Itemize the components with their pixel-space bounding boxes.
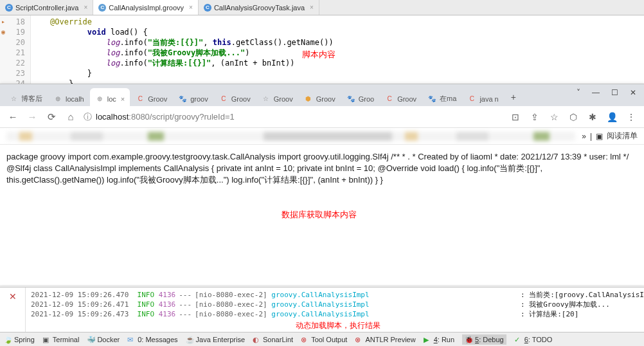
tool-label: Tool Output xyxy=(311,336,347,343)
favicon-icon: ⬢ xyxy=(304,95,313,104)
close-icon[interactable]: ✕ xyxy=(9,291,17,302)
favicon-icon: ☆ xyxy=(9,95,18,104)
back-icon[interactable]: ← xyxy=(6,111,19,122)
tool-label: 4: Run xyxy=(434,336,454,343)
browser-tab[interactable]: ☆Groov xyxy=(256,88,298,106)
ide-tab[interactable]: CCallAnalysisImpl.groovy× xyxy=(93,0,199,15)
browser-tab[interactable]: Cjava n xyxy=(462,88,503,106)
tool-window-button[interactable]: ◐SonarLint xyxy=(253,336,293,343)
close-icon[interactable]: × xyxy=(310,4,314,11)
favicon-icon: C xyxy=(385,95,394,104)
tool-icon: ⊗ xyxy=(355,336,362,343)
bookmark-blur xyxy=(6,132,575,141)
tool-icon: ⊗ xyxy=(301,336,309,343)
browser-tab[interactable]: 🐾groov xyxy=(173,88,213,106)
annotation-label: 脚本内容 xyxy=(302,49,335,60)
home-icon[interactable]: ⌂ xyxy=(64,111,77,122)
favicon-icon: C xyxy=(219,95,228,104)
fold-icon[interactable]: ▸ xyxy=(1,17,5,27)
close-icon[interactable]: × xyxy=(84,4,87,11)
override-icon[interactable]: ◉ xyxy=(1,27,5,37)
tool-window-button[interactable]: 🐞5: Debug xyxy=(462,334,506,345)
close-icon[interactable]: × xyxy=(121,95,125,103)
code-editor[interactable]: 18 19 20 21 22 23 24 ▸ ◉ @Override void … xyxy=(0,15,644,84)
favicon-icon: ☆ xyxy=(262,95,271,104)
reading-list-label[interactable]: 阅读清单 xyxy=(607,131,638,141)
profile-icon[interactable]: 👤 xyxy=(605,112,618,122)
tool-icon: ▣ xyxy=(42,336,50,343)
close-window-icon[interactable]: ✕ xyxy=(630,88,636,97)
menu-icon[interactable]: ⋮ xyxy=(625,112,638,122)
favicon-icon: C xyxy=(136,95,145,104)
browser-tab[interactable]: ⊕localh xyxy=(48,88,89,106)
translate-icon[interactable]: ⊡ xyxy=(509,112,522,122)
favicon-icon: 🐾 xyxy=(427,95,436,104)
tab-label: ScriptController.java xyxy=(15,4,78,12)
tab-label: Groov xyxy=(148,95,167,103)
browser-tab[interactable]: 🐾在ma xyxy=(422,88,461,106)
close-icon[interactable]: × xyxy=(189,4,193,11)
info-icon[interactable]: ⓘ xyxy=(84,111,92,123)
log-row: 2021-12-09 15:09:26.470 INFO 4136---[nio… xyxy=(31,290,639,300)
tab-label: localh xyxy=(66,95,84,103)
tab-label: Groov xyxy=(397,95,416,103)
log-row: 2021-12-09 15:09:26.471 INFO 4136---[nio… xyxy=(31,300,639,309)
tool-window-button[interactable]: 🍃Spring xyxy=(4,336,35,343)
tab-label: loc xyxy=(107,95,116,103)
browser-tab[interactable]: ⊕loc× xyxy=(90,88,130,106)
groovy-icon: C xyxy=(98,4,106,12)
console-log[interactable]: 2021-12-09 15:09:26.470 INFO 4136---[nio… xyxy=(26,287,644,332)
tool-window-button[interactable]: ▣Terminal xyxy=(42,336,80,343)
browser-tab[interactable]: CGroov xyxy=(214,88,256,106)
browser-tab-bar: ☆博客后⊕localh⊕loc×CGroov🐾groovCGroov☆Groov… xyxy=(0,84,644,106)
reading-list-icon[interactable]: ▣ xyxy=(596,132,603,141)
tool-window-button[interactable]: ▶4: Run xyxy=(424,336,454,343)
tool-window-button[interactable]: 🐳Docker xyxy=(87,336,120,343)
java-icon: C xyxy=(5,4,13,12)
tool-label: SonarLint xyxy=(263,336,293,343)
reload-icon[interactable]: ⟳ xyxy=(45,111,58,123)
code-body[interactable]: @Override void load() { log.info("当前类:[{… xyxy=(31,15,644,84)
new-tab-button[interactable]: + xyxy=(505,88,523,106)
browser-tab[interactable]: CGroov xyxy=(130,88,172,106)
response-body: package groovy import com.example.groovy… xyxy=(6,151,638,187)
drop-icon[interactable]: ˅ xyxy=(577,88,580,97)
star-icon[interactable]: ☆ xyxy=(548,112,560,122)
forward-icon[interactable]: → xyxy=(26,111,39,122)
browser-window: ˅ — ☐ ✕ ☆博客后⊕localh⊕loc×CGroov🐾groovCGro… xyxy=(0,84,644,285)
browser-tab[interactable]: ☆博客后 xyxy=(4,88,48,106)
tool-window-bar: 🍃Spring▣Terminal🐳Docker✉0: Messages☕Java… xyxy=(0,332,644,346)
favicon-icon: 🐾 xyxy=(346,95,355,104)
maximize-icon[interactable]: ☐ xyxy=(611,88,618,97)
more-icon[interactable]: » xyxy=(582,132,586,141)
tool-window-button[interactable]: ☕Java Enterprise xyxy=(186,336,245,343)
tool-window-button[interactable]: ✓6: TODO xyxy=(514,336,553,343)
browser-tab[interactable]: 🐾Groo xyxy=(341,88,379,106)
share-icon[interactable]: ⇪ xyxy=(528,112,541,122)
puzzle-icon[interactable]: ✱ xyxy=(586,112,599,122)
tab-label: java n xyxy=(479,95,498,103)
url-field[interactable]: ⓘ localhost:8080/script/groovy?ruleId=1 xyxy=(84,111,503,123)
tool-window-button[interactable]: ⊗ANTLR Preview xyxy=(355,336,415,343)
tool-label: Docker xyxy=(97,336,120,343)
annotation-label: 数据库获取脚本内容 xyxy=(282,209,357,221)
window-controls: ˅ — ☐ ✕ xyxy=(577,88,636,97)
ext-icon[interactable]: ⬡ xyxy=(567,112,580,122)
annotation-label: 动态加载脚本，执行结果 xyxy=(296,321,380,331)
ide-tab[interactable]: CCallAnalysisGroovyTask.java× xyxy=(199,0,319,15)
browser-tab[interactable]: ⬢Groov xyxy=(299,88,341,106)
tool-icon: 🐳 xyxy=(87,336,94,343)
ide-tab[interactable]: CScriptController.java× xyxy=(0,0,93,15)
tab-label: groov xyxy=(190,95,208,103)
tool-icon: ✉ xyxy=(127,336,135,343)
browser-tab[interactable]: CGroov xyxy=(380,88,422,106)
tool-window-button[interactable]: ⊗Tool Output xyxy=(301,336,347,343)
ide-tab-bar: CScriptController.java× CCallAnalysisImp… xyxy=(0,0,644,15)
tab-label: 博客后 xyxy=(21,94,42,104)
favicon-icon: ⊕ xyxy=(95,95,104,104)
minimize-icon[interactable]: — xyxy=(592,88,600,97)
tool-icon: ✓ xyxy=(514,336,522,343)
tool-label: 6: TODO xyxy=(524,336,553,343)
tool-window-button[interactable]: ✉0: Messages xyxy=(127,336,177,343)
bookmark-bar: »|▣阅读清单 xyxy=(0,128,644,145)
